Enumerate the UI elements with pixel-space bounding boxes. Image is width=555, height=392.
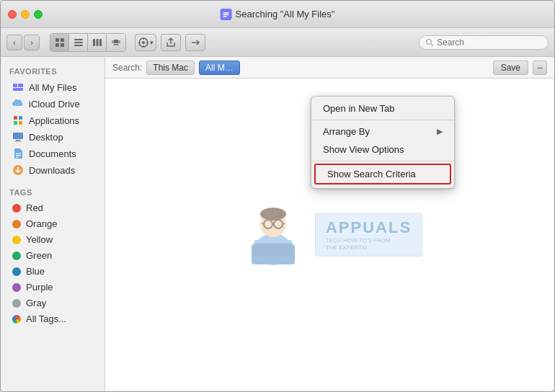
svg-point-24 <box>427 39 432 44</box>
this-mac-scope-button[interactable]: This Mac <box>146 61 195 75</box>
main-content: Favorites All My Files iCloud Drive Appl… <box>1 57 554 391</box>
svg-rect-5 <box>61 38 64 42</box>
all-tags-label: All Tags... <box>26 313 66 324</box>
svg-rect-12 <box>96 39 98 46</box>
context-menu: Open in New Tab Arrange By ▶ Show View O… <box>311 96 455 189</box>
svg-rect-11 <box>93 39 95 46</box>
sidebar-tag-blue[interactable]: Blue <box>4 264 102 279</box>
sidebar-tag-orange[interactable]: Orange <box>4 216 102 231</box>
svg-rect-30 <box>19 116 22 120</box>
sidebar-tag-red[interactable]: Red <box>4 200 102 215</box>
favorites-section-title: Favorites <box>1 63 105 79</box>
desktop-label: Desktop <box>29 132 63 143</box>
minus-button[interactable]: − <box>533 61 547 75</box>
view-buttons <box>50 33 126 52</box>
desktop-icon <box>12 131 24 143</box>
titlebar: Searching "All My Files" <box>1 1 554 28</box>
action-button[interactable]: ▾ <box>135 34 156 51</box>
figure <box>237 202 309 267</box>
svg-rect-7 <box>61 43 64 47</box>
traffic-lights <box>8 10 43 19</box>
window-title: Searching "All My Files" <box>221 9 335 20</box>
icloud-drive-label: iCloud Drive <box>29 99 80 110</box>
search-box[interactable] <box>419 35 549 50</box>
green-tag-dot <box>12 251 21 260</box>
content-body: APPUALS TECH HOW-TO'S FROM THE EXPERTS! … <box>105 79 554 391</box>
yellow-tag-dot <box>12 236 21 244</box>
tags-section-title: Tags <box>1 184 105 200</box>
svg-line-46 <box>262 223 264 224</box>
sidebar-item-desktop[interactable]: Desktop <box>4 129 102 145</box>
close-button[interactable] <box>8 10 17 19</box>
svg-rect-32 <box>19 121 22 125</box>
svg-rect-15 <box>112 40 114 43</box>
arrow-button[interactable] <box>185 34 205 51</box>
orange-tag-dot <box>12 220 21 228</box>
menu-item-open-new-tab[interactable]: Open in New Tab <box>311 99 454 117</box>
svg-rect-1 <box>223 12 229 14</box>
sidebar-item-documents[interactable]: Documents <box>4 146 102 161</box>
share-button[interactable] <box>161 34 181 51</box>
svg-rect-14 <box>114 40 118 43</box>
gray-tag-label: Gray <box>26 298 46 308</box>
svg-rect-4 <box>56 38 59 42</box>
all-my-files-label: All My Files <box>29 82 76 93</box>
svg-rect-35 <box>14 141 22 142</box>
svg-rect-31 <box>14 121 17 125</box>
svg-rect-16 <box>118 40 120 43</box>
minimize-button[interactable] <box>21 10 30 19</box>
documents-label: Documents <box>29 148 76 159</box>
downloads-label: Downloads <box>29 165 75 176</box>
svg-rect-26 <box>13 84 17 87</box>
all-my-files-scope-button[interactable]: All M… <box>199 61 240 75</box>
svg-point-19 <box>142 41 145 44</box>
applications-label: Applications <box>29 115 79 126</box>
menu-item-show-view-options[interactable]: Show View Options <box>311 141 454 159</box>
menu-item-arrange-by[interactable]: Arrange By ▶ <box>311 122 454 141</box>
search-input[interactable] <box>437 37 538 48</box>
maximize-button[interactable] <box>34 10 43 19</box>
sidebar-tag-green[interactable]: Green <box>4 248 102 263</box>
window-icon <box>221 9 232 20</box>
sidebar-item-icloud-drive[interactable]: iCloud Drive <box>4 96 102 112</box>
arrange-by-arrow: ▶ <box>437 127 443 136</box>
sidebar-item-all-my-files[interactable]: All My Files <box>4 79 102 95</box>
svg-rect-27 <box>18 84 23 87</box>
sidebar-item-applications[interactable]: Applications <box>4 112 102 128</box>
svg-rect-10 <box>74 45 83 46</box>
menu-separator-1 <box>311 120 454 120</box>
appuals-tagline1: TECH HOW-TO'S FROM <box>326 237 412 244</box>
sidebar-tag-yellow[interactable]: Yellow <box>4 232 102 247</box>
red-tag-dot <box>12 204 21 213</box>
applications-icon <box>12 115 24 126</box>
svg-line-25 <box>431 44 433 46</box>
all-tags-icon <box>12 315 21 324</box>
sidebar-all-tags[interactable]: All Tags... <box>4 311 102 326</box>
menu-separator-2 <box>311 161 454 161</box>
orange-tag-label: Orange <box>26 218 57 229</box>
sidebar-tag-gray[interactable]: Gray <box>4 295 102 311</box>
svg-rect-3 <box>223 16 227 17</box>
sidebar-tag-purple[interactable]: Purple <box>4 280 102 295</box>
blue-tag-dot <box>12 267 21 276</box>
all-my-files-icon <box>12 81 24 93</box>
icon-view-button[interactable] <box>50 34 69 51</box>
back-button[interactable]: ‹ <box>6 35 22 50</box>
forward-button[interactable]: › <box>24 35 40 50</box>
svg-rect-17 <box>113 44 119 45</box>
list-view-button[interactable] <box>69 34 88 51</box>
svg-rect-28 <box>13 88 23 91</box>
nav-buttons: ‹ › <box>6 35 40 50</box>
save-button[interactable]: Save <box>493 61 528 75</box>
sidebar-item-downloads[interactable]: Downloads <box>4 162 102 178</box>
svg-point-42 <box>260 208 286 220</box>
menu-item-show-search-criteria[interactable]: Show Search Criteria <box>316 165 450 183</box>
sidebar: Favorites All My Files iCloud Drive Appl… <box>1 57 105 391</box>
coverflow-view-button[interactable] <box>107 34 125 51</box>
columns-view-button[interactable] <box>88 34 107 51</box>
purple-tag-dot <box>12 283 21 292</box>
gray-tag-dot <box>12 299 21 308</box>
svg-line-47 <box>283 223 285 224</box>
svg-rect-2 <box>223 14 229 15</box>
purple-tag-label: Purple <box>26 282 53 293</box>
